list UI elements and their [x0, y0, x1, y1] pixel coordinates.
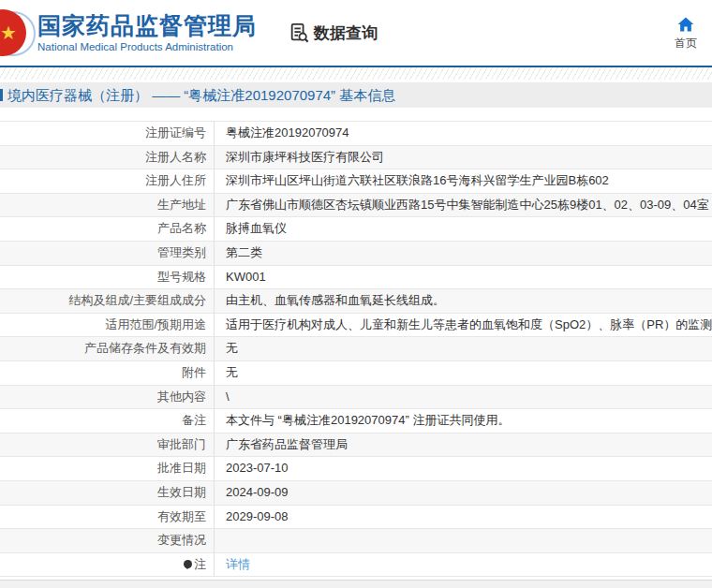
row-value [215, 529, 712, 552]
row-label: 附件 [0, 361, 215, 385]
row-value: 无 [215, 361, 712, 385]
row-value: 无 [215, 337, 712, 360]
data-query-nav[interactable]: 数据查询 [289, 22, 378, 44]
page-title-bar: 境内医疗器械（注册） —— “粤械注准20192070974” 基本信息 [0, 82, 712, 108]
table-row: 批准日期2023-07-10 [0, 457, 712, 481]
row-value: 粤械注准20192070974 [215, 122, 712, 145]
table-row: 生产地址广东省佛山市顺德区杏坛镇顺业西路15号中集智能制造中心25栋9楼01、0… [0, 194, 712, 218]
table-row: 型号规格KW001 [0, 266, 712, 290]
page-title: 境内医疗器械（注册） —— “粤械注准20192070974” 基本信息 [7, 87, 395, 103]
row-label: 生效日期 [0, 481, 215, 505]
row-label: 注册人住所 [0, 169, 215, 193]
row-value: 广东省药品监督管理局 [215, 434, 712, 457]
row-label: 注册证编号 [0, 122, 215, 145]
note-balloon-icon [184, 560, 192, 568]
row-label: 生产地址 [0, 194, 215, 217]
row-value: \ [215, 386, 712, 409]
row-label: 备注 [0, 409, 215, 433]
row-label: 其他内容 [0, 386, 215, 409]
row-label: 适用范围/预期用途 [0, 314, 215, 337]
home-label: 首页 [665, 36, 706, 51]
org-titles: 国家药品监督管理局 National Medical Products Admi… [37, 13, 257, 53]
row-value: 适用于医疗机构对成人、儿童和新生儿等患者的血氧饱和度（SpO2）、脉率（PR）的… [215, 314, 712, 337]
row-value: 2024-09-09 [215, 481, 712, 505]
table-row: 产品储存条件及有效期无 [0, 337, 712, 361]
row-value: 脉搏血氧仪 [215, 217, 712, 241]
row-label: 管理类别 [0, 242, 215, 265]
row-label: 审批部门 [0, 434, 215, 457]
row-label: 型号规格 [0, 266, 215, 289]
row-label: 注册人名称 [0, 146, 215, 169]
row-label: 产品名称 [0, 217, 215, 241]
row-value: 2029-09-08 [215, 506, 712, 529]
document-magnifier-icon [289, 22, 309, 43]
row-value: 深圳市坪山区坪山街道六联社区联浪路16号海科兴留学生产业园B栋602 [215, 169, 712, 193]
table-row: 结构及组成/主要组成成分由主机、血氧传感器和血氧延长线组成。 [0, 289, 712, 314]
striped-band [0, 67, 712, 80]
footer-band [0, 580, 712, 588]
clipped-text-fragment [0, 89, 3, 101]
detail-table: 注册证编号粤械注准20192070974注册人名称深圳市康坪科技医疗有限公司注册… [0, 121, 712, 577]
table-row: 其他内容\ [0, 386, 712, 410]
row-label: 变更情况 [0, 529, 215, 552]
national-emblem-icon: ★ [0, 6, 32, 60]
table-row: 有效期至2029-09-08 [0, 506, 712, 530]
row-value: 广东省佛山市顺德区杏坛镇顺业西路15号中集智能制造中心25栋9楼01、02、03… [215, 194, 712, 217]
row-value: 深圳市康坪科技医疗有限公司 [215, 146, 712, 169]
table-row: 生效日期2024-09-09 [0, 481, 712, 506]
row-value: 详情 [215, 553, 712, 577]
table-row: 管理类别第二类 [0, 242, 712, 266]
org-name-cn: 国家药品监督管理局 [37, 13, 257, 39]
row-value: 2023-07-10 [215, 457, 712, 480]
row-value: 由主机、血氧传感器和血氧延长线组成。 [215, 289, 712, 313]
table-row: 附件无 [0, 361, 712, 386]
row-value: KW001 [215, 266, 712, 289]
row-label: 注 [0, 553, 215, 577]
table-row: 注册人住所深圳市坪山区坪山街道六联社区联浪路16号海科兴留学生产业园B栋602 [0, 169, 712, 194]
table-row: 产品名称脉搏血氧仪 [0, 217, 712, 242]
row-label: 有效期至 [0, 506, 215, 529]
row-label: 结构及组成/主要组成成分 [0, 289, 215, 313]
row-label: 产品储存条件及有效期 [0, 337, 215, 360]
table-row: 注详情 [0, 553, 712, 578]
row-value: 本文件与 “粤械注准20192070974” 注册证共同使用。 [215, 409, 712, 433]
emblem-star-icon: ★ [0, 23, 17, 42]
row-label: 批准日期 [0, 457, 215, 480]
table-row: 注册证编号粤械注准20192070974 [0, 122, 712, 146]
page: ★ 国家药品监督管理局 National Medical Products Ad… [0, 0, 712, 588]
table-row: 注册人名称深圳市康坪科技医疗有限公司 [0, 146, 712, 170]
site-header: ★ 国家药品监督管理局 National Medical Products Ad… [0, 0, 712, 66]
home-icon [665, 15, 706, 34]
table-row: 备注本文件与 “粤械注准20192070974” 注册证共同使用。 [0, 409, 712, 434]
table-row: 审批部门广东省药品监督管理局 [0, 434, 712, 458]
details-link[interactable]: 详情 [226, 557, 250, 571]
table-row: 变更情况 [0, 529, 712, 553]
org-name-en: National Medical Products Administration [37, 41, 257, 52]
data-query-label: 数据查询 [314, 22, 378, 44]
row-value: 第二类 [215, 242, 712, 265]
home-nav[interactable]: 首页 [665, 15, 706, 51]
table-row: 适用范围/预期用途适用于医疗机构对成人、儿童和新生儿等患者的血氧饱和度（SpO2… [0, 314, 712, 338]
